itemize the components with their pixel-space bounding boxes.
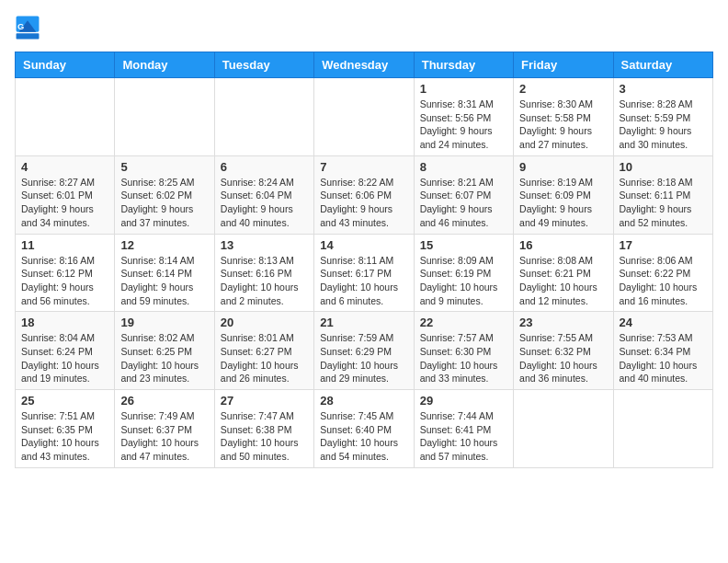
- calendar-cell: 19Sunrise: 8:02 AM Sunset: 6:25 PM Dayli…: [115, 312, 214, 390]
- day-number: 19: [120, 316, 208, 329]
- day-info: Sunrise: 8:08 AM Sunset: 6:21 PM Dayligh…: [519, 254, 607, 308]
- calendar-cell: [514, 390, 613, 468]
- day-number: 14: [320, 238, 407, 252]
- day-info: Sunrise: 8:30 AM Sunset: 5:58 PM Dayligh…: [519, 98, 607, 152]
- day-number: 7: [320, 160, 407, 174]
- svg-rect-2: [17, 33, 40, 39]
- day-info: Sunrise: 7:59 AM Sunset: 6:29 PM Dayligh…: [320, 331, 407, 385]
- calendar-cell: 11Sunrise: 8:16 AM Sunset: 6:12 PM Dayli…: [16, 234, 115, 312]
- column-header-saturday: Saturday: [613, 52, 712, 78]
- calendar-row-3: 11Sunrise: 8:16 AM Sunset: 6:12 PM Dayli…: [16, 234, 713, 312]
- calendar-cell: 24Sunrise: 7:53 AM Sunset: 6:34 PM Dayli…: [613, 312, 712, 390]
- calendar-cell: 10Sunrise: 8:18 AM Sunset: 6:11 PM Dayli…: [613, 155, 712, 234]
- calendar-cell: 25Sunrise: 7:51 AM Sunset: 6:35 PM Dayli…: [16, 390, 115, 468]
- calendar-cell: 9Sunrise: 8:19 AM Sunset: 6:09 PM Daylig…: [514, 155, 613, 234]
- calendar-cell: 3Sunrise: 8:28 AM Sunset: 5:59 PM Daylig…: [613, 78, 712, 156]
- day-number: 25: [21, 394, 108, 408]
- day-number: 9: [519, 160, 607, 174]
- calendar-cell: 18Sunrise: 8:04 AM Sunset: 6:24 PM Dayli…: [16, 312, 115, 390]
- calendar-cell: 23Sunrise: 7:55 AM Sunset: 6:32 PM Dayli…: [514, 312, 613, 390]
- day-number: 12: [120, 238, 208, 252]
- day-number: 15: [420, 238, 507, 252]
- calendar-cell: 7Sunrise: 8:22 AM Sunset: 6:06 PM Daylig…: [314, 155, 414, 234]
- day-number: 3: [620, 82, 707, 96]
- day-info: Sunrise: 7:49 AM Sunset: 6:37 PM Dayligh…: [120, 409, 208, 464]
- calendar-cell: 26Sunrise: 7:49 AM Sunset: 6:37 PM Dayli…: [115, 390, 214, 468]
- day-info: Sunrise: 7:51 AM Sunset: 6:35 PM Dayligh…: [21, 409, 108, 464]
- calendar-row-5: 25Sunrise: 7:51 AM Sunset: 6:35 PM Dayli…: [16, 390, 713, 468]
- day-info: Sunrise: 8:27 AM Sunset: 6:01 PM Dayligh…: [21, 176, 108, 230]
- calendar-cell: 5Sunrise: 8:25 AM Sunset: 6:02 PM Daylig…: [115, 155, 214, 234]
- day-number: 28: [320, 394, 407, 408]
- day-number: 5: [120, 160, 208, 174]
- day-number: 23: [519, 316, 607, 329]
- column-header-tuesday: Tuesday: [214, 52, 313, 78]
- calendar-cell: 13Sunrise: 8:13 AM Sunset: 6:16 PM Dayli…: [214, 234, 313, 312]
- svg-text:G: G: [17, 22, 24, 31]
- calendar-cell: 17Sunrise: 8:06 AM Sunset: 6:22 PM Dayli…: [613, 234, 712, 312]
- day-info: Sunrise: 8:14 AM Sunset: 6:14 PM Dayligh…: [120, 254, 208, 308]
- calendar-cell: 29Sunrise: 7:44 AM Sunset: 6:41 PM Dayli…: [414, 390, 513, 468]
- day-number: 29: [420, 394, 507, 408]
- calendar-cell: 15Sunrise: 8:09 AM Sunset: 6:19 PM Dayli…: [414, 234, 513, 312]
- day-number: 18: [21, 316, 108, 329]
- day-number: 6: [221, 160, 308, 174]
- day-number: 27: [221, 394, 308, 408]
- day-info: Sunrise: 8:22 AM Sunset: 6:06 PM Dayligh…: [320, 176, 407, 230]
- day-number: 24: [620, 316, 707, 329]
- day-number: 13: [221, 238, 308, 252]
- day-number: 16: [519, 238, 607, 252]
- day-info: Sunrise: 8:09 AM Sunset: 6:19 PM Dayligh…: [420, 254, 507, 308]
- day-number: 1: [420, 82, 507, 96]
- day-info: Sunrise: 8:11 AM Sunset: 6:17 PM Dayligh…: [320, 254, 407, 308]
- calendar-row-4: 18Sunrise: 8:04 AM Sunset: 6:24 PM Dayli…: [16, 312, 713, 390]
- day-number: 20: [221, 316, 308, 329]
- day-info: Sunrise: 7:57 AM Sunset: 6:30 PM Dayligh…: [420, 331, 507, 385]
- day-info: Sunrise: 8:16 AM Sunset: 6:12 PM Dayligh…: [21, 254, 108, 308]
- calendar-cell: 8Sunrise: 8:21 AM Sunset: 6:07 PM Daylig…: [414, 155, 513, 234]
- calendar-cell: 28Sunrise: 7:45 AM Sunset: 6:40 PM Dayli…: [314, 390, 414, 468]
- calendar-cell: 20Sunrise: 8:01 AM Sunset: 6:27 PM Dayli…: [214, 312, 313, 390]
- calendar-cell: 6Sunrise: 8:24 AM Sunset: 6:04 PM Daylig…: [214, 155, 313, 234]
- column-header-wednesday: Wednesday: [314, 52, 414, 78]
- day-number: 10: [620, 160, 707, 174]
- day-info: Sunrise: 8:19 AM Sunset: 6:09 PM Dayligh…: [519, 176, 607, 230]
- header: G: [15, 15, 713, 40]
- calendar-header-row: SundayMondayTuesdayWednesdayThursdayFrid…: [16, 52, 713, 78]
- day-info: Sunrise: 8:25 AM Sunset: 6:02 PM Dayligh…: [120, 176, 208, 230]
- day-info: Sunrise: 7:55 AM Sunset: 6:32 PM Dayligh…: [519, 331, 607, 385]
- calendar-row-2: 4Sunrise: 8:27 AM Sunset: 6:01 PM Daylig…: [16, 155, 713, 234]
- calendar-cell: 2Sunrise: 8:30 AM Sunset: 5:58 PM Daylig…: [514, 78, 613, 156]
- day-number: 8: [420, 160, 507, 174]
- calendar-table: SundayMondayTuesdayWednesdayThursdayFrid…: [15, 52, 713, 468]
- day-info: Sunrise: 8:31 AM Sunset: 5:56 PM Dayligh…: [420, 98, 507, 152]
- calendar-cell: [214, 78, 313, 156]
- calendar-cell: [613, 390, 712, 468]
- calendar-cell: 27Sunrise: 7:47 AM Sunset: 6:38 PM Dayli…: [214, 390, 313, 468]
- calendar-cell: [115, 78, 214, 156]
- column-header-friday: Friday: [514, 52, 613, 78]
- calendar-cell: 22Sunrise: 7:57 AM Sunset: 6:30 PM Dayli…: [414, 312, 513, 390]
- day-info: Sunrise: 8:18 AM Sunset: 6:11 PM Dayligh…: [620, 176, 707, 230]
- day-info: Sunrise: 8:28 AM Sunset: 5:59 PM Dayligh…: [620, 98, 707, 152]
- column-header-sunday: Sunday: [16, 52, 115, 78]
- logo-icon: G: [15, 15, 40, 40]
- day-info: Sunrise: 7:47 AM Sunset: 6:38 PM Dayligh…: [221, 409, 308, 464]
- day-number: 26: [120, 394, 208, 408]
- calendar-cell: 14Sunrise: 8:11 AM Sunset: 6:17 PM Dayli…: [314, 234, 414, 312]
- calendar-cell: 1Sunrise: 8:31 AM Sunset: 5:56 PM Daylig…: [414, 78, 513, 156]
- day-number: 17: [620, 238, 707, 252]
- day-info: Sunrise: 8:02 AM Sunset: 6:25 PM Dayligh…: [120, 331, 208, 385]
- calendar-cell: 4Sunrise: 8:27 AM Sunset: 6:01 PM Daylig…: [16, 155, 115, 234]
- day-info: Sunrise: 8:04 AM Sunset: 6:24 PM Dayligh…: [21, 331, 108, 385]
- day-number: 21: [320, 316, 407, 329]
- day-info: Sunrise: 7:45 AM Sunset: 6:40 PM Dayligh…: [320, 409, 407, 464]
- day-info: Sunrise: 7:44 AM Sunset: 6:41 PM Dayligh…: [420, 409, 507, 464]
- day-info: Sunrise: 8:13 AM Sunset: 6:16 PM Dayligh…: [221, 254, 308, 308]
- day-number: 2: [519, 82, 607, 96]
- column-header-monday: Monday: [115, 52, 214, 78]
- day-number: 11: [21, 238, 108, 252]
- day-info: Sunrise: 8:21 AM Sunset: 6:07 PM Dayligh…: [420, 176, 507, 230]
- calendar-cell: 12Sunrise: 8:14 AM Sunset: 6:14 PM Dayli…: [115, 234, 214, 312]
- calendar-cell: [314, 78, 414, 156]
